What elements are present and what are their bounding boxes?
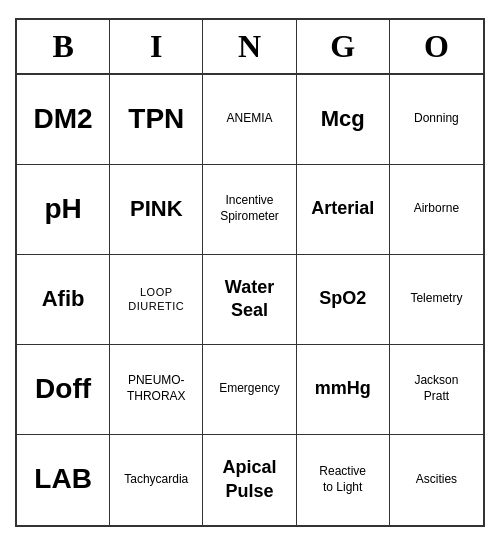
- cell-r2-c1: LOOP DIURETIC: [110, 255, 203, 345]
- bingo-card: BINGO DM2TPNANEMIAMcgDonningpHPINKIncent…: [15, 18, 485, 527]
- cell-label: Water Seal: [225, 276, 274, 323]
- cell-label: TPN: [128, 101, 184, 137]
- cell-r3-c1: PNEUMO- THRORAX: [110, 345, 203, 435]
- cell-r4-c4: Ascities: [390, 435, 483, 525]
- cell-label: Apical Pulse: [222, 456, 276, 503]
- cell-label: DM2: [34, 101, 93, 137]
- cell-r2-c4: Telemetry: [390, 255, 483, 345]
- cell-r1-c1: PINK: [110, 165, 203, 255]
- cell-label: Reactive to Light: [319, 464, 366, 495]
- header-letter: G: [297, 20, 390, 73]
- cell-r0-c4: Donning: [390, 75, 483, 165]
- cell-label: PNEUMO- THRORAX: [127, 373, 186, 404]
- cell-r1-c3: Arterial: [297, 165, 390, 255]
- cell-r0-c0: DM2: [17, 75, 110, 165]
- cell-r3-c0: Doff: [17, 345, 110, 435]
- cell-r4-c1: Tachycardia: [110, 435, 203, 525]
- cell-label: Airborne: [414, 201, 459, 217]
- cell-r4-c2: Apical Pulse: [203, 435, 296, 525]
- cell-r2-c2: Water Seal: [203, 255, 296, 345]
- cell-label: LOOP DIURETIC: [128, 285, 184, 314]
- cell-label: mmHg: [315, 377, 371, 400]
- cell-label: ANEMIA: [226, 111, 272, 127]
- cell-label: Emergency: [219, 381, 280, 397]
- cell-label: Donning: [414, 111, 459, 127]
- cell-label: Afib: [42, 285, 85, 314]
- cell-r4-c0: LAB: [17, 435, 110, 525]
- bingo-grid: DM2TPNANEMIAMcgDonningpHPINKIncentive Sp…: [17, 75, 483, 525]
- cell-r2-c0: Afib: [17, 255, 110, 345]
- header-letter: I: [110, 20, 203, 73]
- cell-label: PINK: [130, 195, 183, 224]
- header-letter: N: [203, 20, 296, 73]
- cell-label: Telemetry: [410, 291, 462, 307]
- cell-r1-c4: Airborne: [390, 165, 483, 255]
- cell-label: Doff: [35, 371, 91, 407]
- cell-r0-c3: Mcg: [297, 75, 390, 165]
- cell-label: SpO2: [319, 287, 366, 310]
- cell-label: Ascities: [416, 472, 457, 488]
- cell-r0-c1: TPN: [110, 75, 203, 165]
- cell-label: Incentive Spirometer: [220, 193, 279, 224]
- cell-label: Tachycardia: [124, 472, 188, 488]
- header-letter: B: [17, 20, 110, 73]
- cell-r3-c3: mmHg: [297, 345, 390, 435]
- bingo-header: BINGO: [17, 20, 483, 75]
- header-letter: O: [390, 20, 483, 73]
- cell-r2-c3: SpO2: [297, 255, 390, 345]
- cell-label: Jackson Pratt: [414, 373, 458, 404]
- cell-label: LAB: [34, 461, 92, 497]
- cell-r1-c0: pH: [17, 165, 110, 255]
- cell-r1-c2: Incentive Spirometer: [203, 165, 296, 255]
- cell-label: pH: [44, 191, 81, 227]
- cell-r0-c2: ANEMIA: [203, 75, 296, 165]
- cell-r4-c3: Reactive to Light: [297, 435, 390, 525]
- cell-r3-c4: Jackson Pratt: [390, 345, 483, 435]
- cell-label: Arterial: [311, 197, 374, 220]
- cell-r3-c2: Emergency: [203, 345, 296, 435]
- cell-label: Mcg: [321, 105, 365, 134]
